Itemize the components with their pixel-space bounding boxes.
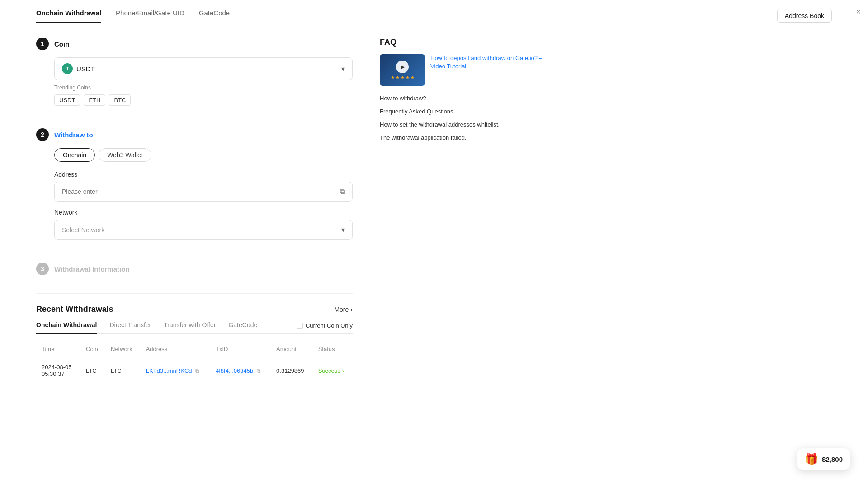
col-amount: Amount: [271, 341, 313, 357]
col-network: Network: [105, 341, 141, 357]
address-link[interactable]: LKTd3...mnRKCd: [146, 367, 192, 374]
col-coin: Coin: [80, 341, 105, 357]
tab-gatecode[interactable]: GateCode: [199, 9, 230, 23]
withdrawals-table: Time Coin Network Address TxID Amount St…: [36, 341, 353, 384]
recent-tab-onchain[interactable]: Onchain Withdrawal: [36, 321, 97, 334]
faq-link-2[interactable]: Frequently Asked Questions.: [380, 108, 552, 115]
faq-links: How to withdraw? Frequently Asked Questi…: [380, 95, 552, 141]
txid-copy-icon[interactable]: ⧉: [257, 368, 261, 374]
tab-onchain[interactable]: Onchain Withdrawal: [36, 9, 101, 23]
more-link[interactable]: More ›: [334, 306, 353, 313]
star-4: ★: [406, 75, 410, 80]
star-3: ★: [401, 75, 405, 80]
step-connector-1: [42, 118, 42, 127]
coin-icon: T: [62, 63, 73, 74]
tab-phone-email[interactable]: Phone/Email/Gate UID: [116, 9, 184, 23]
row-txid: 4f8f4...06d45b ⧉: [210, 357, 271, 384]
top-tabs: Onchain Withdrawal Phone/Email/Gate UID …: [36, 9, 832, 23]
trending-tag-btc[interactable]: BTC: [109, 94, 131, 106]
row-status: Success ›: [313, 357, 353, 384]
row-time: 2024-08-0505:30:37: [36, 357, 80, 384]
gift-widget[interactable]: 🎁 $2,800: [797, 448, 850, 470]
network-placeholder: Select Network: [62, 226, 104, 234]
row-coin: LTC: [80, 357, 105, 384]
more-chevron-icon: ›: [350, 306, 353, 313]
star-1: ★: [391, 75, 395, 80]
col-txid: TxID: [210, 341, 271, 357]
step-3-section: 3 Withdrawal Information: [36, 263, 353, 275]
step-3-title: Withdrawal Information: [54, 265, 130, 273]
gift-amount: $2,800: [822, 455, 843, 463]
trending-tags: USDT ETH BTC: [54, 94, 353, 106]
faq-video-card: ▶ ★ ★ ★ ★ ★ How to deposit and withdraw …: [380, 54, 552, 86]
step-connector-2: [42, 253, 42, 262]
address-input[interactable]: [62, 188, 340, 195]
faq-link-4[interactable]: The withdrawal application failed.: [380, 134, 552, 141]
recent-tab-gatecode[interactable]: GateCode: [228, 321, 257, 334]
faq-link-3[interactable]: How to set the withdrawal addresses whit…: [380, 121, 552, 128]
step-1-section: 1 Coin T USDT ▾ Trending Coins USDT ETH: [36, 38, 353, 106]
current-coin-label: Current Coin Only: [306, 322, 353, 329]
table-row: 2024-08-0505:30:37 LTC LTC LKTd3...mnRKC…: [36, 357, 353, 384]
row-address: LKTd3...mnRKCd ⧉: [141, 357, 210, 384]
current-coin-checkbox[interactable]: [297, 323, 303, 329]
coin-chevron-icon: ▾: [341, 65, 345, 73]
trending-tag-usdt[interactable]: USDT: [54, 94, 80, 106]
paste-icon[interactable]: ⧉: [340, 188, 345, 196]
star-2: ★: [396, 75, 400, 80]
step-1-circle: 1: [36, 38, 49, 50]
trending-label: Trending Coins: [54, 84, 353, 91]
faq-panel: FAQ ▶ ★ ★ ★ ★ ★ How to deposit and w: [380, 38, 552, 384]
video-thumbnail[interactable]: ▶ ★ ★ ★ ★ ★: [380, 54, 425, 86]
network-chevron-icon: ▾: [341, 225, 345, 234]
address-field-wrapper: Address ⧉: [54, 171, 353, 202]
faq-link-1[interactable]: How to withdraw?: [380, 95, 552, 102]
more-text: More: [334, 306, 349, 313]
row-amount: 0.3129869: [271, 357, 313, 384]
play-button[interactable]: ▶: [396, 61, 409, 73]
network-field-wrapper: Network Select Network ▾: [54, 209, 353, 240]
gift-icon: 🎁: [805, 453, 818, 465]
txid-link[interactable]: 4f8f4...06d45b: [216, 367, 253, 374]
col-address: Address: [141, 341, 210, 357]
current-coin-only-filter[interactable]: Current Coin Only: [297, 322, 353, 333]
trending-tag-eth[interactable]: ETH: [84, 94, 105, 106]
coin-name: USDT: [76, 65, 95, 73]
network-selector[interactable]: Select Network ▾: [54, 220, 353, 240]
close-button[interactable]: ×: [856, 7, 861, 17]
row-network: LTC: [105, 357, 141, 384]
status-chevron-icon[interactable]: ›: [342, 367, 344, 374]
recent-tab-transfer-offer[interactable]: Transfer with Offer: [164, 321, 216, 334]
recent-withdrawals-section: Recent Withdrawals More › Onchain Withdr…: [36, 293, 353, 384]
withdraw-tab-web3[interactable]: Web3 Wallet: [99, 148, 151, 162]
address-input-container[interactable]: ⧉: [54, 182, 353, 202]
col-status: Status: [313, 341, 353, 357]
video-title[interactable]: How to deposit and withdraw on Gate.io? …: [430, 54, 552, 70]
address-book-button[interactable]: Address Book: [777, 9, 832, 23]
step-2-section: 2 Withdraw to Onchain Web3 Wallet Addres…: [36, 128, 353, 240]
recent-tab-direct[interactable]: Direct Transfer: [109, 321, 151, 334]
step-2-circle: 2: [36, 128, 49, 141]
network-label: Network: [54, 209, 353, 216]
star-5: ★: [410, 75, 415, 80]
recent-title: Recent Withdrawals: [36, 305, 113, 314]
col-time: Time: [36, 341, 80, 357]
recent-tabs: Onchain Withdrawal Direct Transfer Trans…: [36, 321, 353, 334]
status-text: Success: [318, 367, 340, 374]
address-label: Address: [54, 171, 353, 178]
faq-title: FAQ: [380, 38, 552, 47]
coin-selector[interactable]: T USDT ▾: [54, 57, 353, 80]
withdraw-to-tabs: Onchain Web3 Wallet: [54, 148, 353, 162]
step-1-title: Coin: [54, 40, 69, 48]
step-2-title: Withdraw to: [54, 131, 93, 139]
address-copy-icon[interactable]: ⧉: [195, 368, 199, 374]
step-3-circle: 3: [36, 263, 49, 275]
withdraw-tab-onchain[interactable]: Onchain: [54, 148, 95, 162]
